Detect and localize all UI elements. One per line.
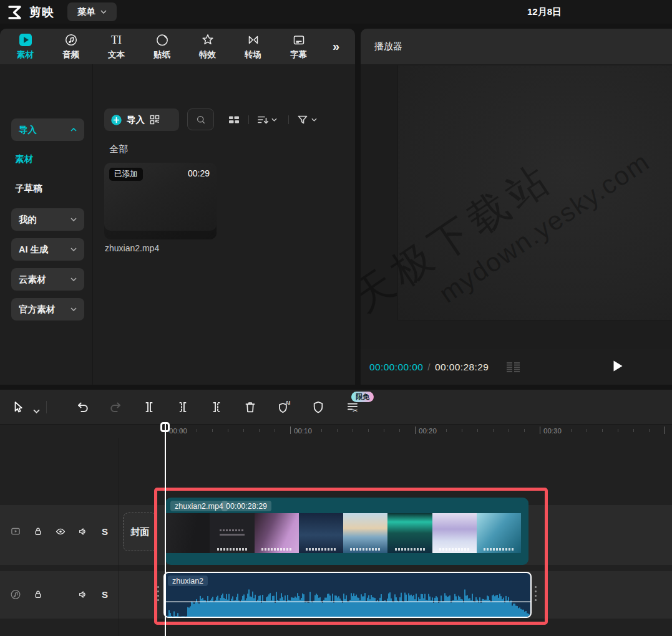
chevron-down-icon: [71, 307, 77, 311]
redo-button[interactable]: [109, 400, 124, 415]
ruler-tick: [462, 429, 462, 432]
solo-toggle[interactable]: S: [102, 526, 108, 537]
tab-sticker[interactable]: 贴纸: [139, 29, 185, 64]
chevron-down-icon: [271, 118, 277, 122]
sidebar-item-label: 云素材: [19, 274, 46, 286]
menu-label: 菜单: [77, 6, 95, 18]
divider: [288, 115, 289, 124]
volume-line[interactable]: [165, 601, 530, 602]
tab-captions[interactable]: 字幕: [276, 29, 321, 64]
tab-audio[interactable]: 音频: [48, 29, 94, 64]
ruler-tick: [555, 429, 556, 432]
qr-scan-icon[interactable]: [149, 114, 160, 125]
trash-icon: [243, 400, 258, 415]
timeline-toolbar: AI ✂ 限免: [0, 390, 672, 425]
filmstrip-thumbnail: [477, 513, 521, 553]
media-card[interactable]: 已添加 00:29: [104, 163, 217, 239]
sidebar-item-mine[interactable]: 我的: [11, 208, 84, 231]
undo-button[interactable]: [75, 400, 90, 415]
tab-label: 转场: [245, 49, 261, 60]
menu-button[interactable]: 菜单: [67, 2, 117, 21]
cursor-icon: [11, 400, 24, 414]
search-icon: [195, 114, 207, 125]
sidebar-item-official[interactable]: 官方素材: [11, 298, 84, 320]
tab-label: 特效: [199, 49, 216, 60]
sidebar-item-subdraft[interactable]: 子草稿: [15, 183, 42, 195]
divider: [92, 64, 93, 385]
audio-icon: [64, 32, 78, 47]
duration-label: 00:29: [188, 168, 210, 178]
ruler-tick: [602, 429, 603, 432]
svg-text:AI: AI: [285, 400, 290, 406]
divider: [46, 401, 47, 413]
select-tool-button[interactable]: [10, 400, 25, 415]
clip-right-handle[interactable]: [535, 586, 537, 601]
tab-text[interactable]: TI 文本: [94, 29, 139, 64]
tab-transitions[interactable]: 转场: [230, 29, 276, 64]
ruler-tick: [618, 429, 618, 432]
ruler-label: 00:20: [419, 427, 437, 435]
search-button[interactable]: [187, 108, 214, 130]
ruler-tick: [368, 429, 369, 432]
redo-icon: [109, 400, 124, 415]
video-clip[interactable]: zhuxian2.mp4 00:00:28:29: [165, 498, 528, 565]
delete-right-button[interactable]: [209, 400, 224, 415]
video-track-icon: [10, 526, 21, 537]
select-tool-dropdown[interactable]: [29, 403, 44, 418]
ruler-tick: [353, 429, 353, 432]
delete-button[interactable]: [243, 400, 258, 415]
more-tabs-button[interactable]: »: [333, 39, 339, 54]
mask-button[interactable]: [311, 400, 326, 415]
subtitle-icon: [292, 32, 306, 47]
speaker-icon[interactable]: [77, 526, 89, 537]
playhead[interactable]: [160, 422, 170, 432]
tiles-icon: [227, 113, 241, 127]
delete-left-button[interactable]: [175, 400, 190, 415]
play-button[interactable]: [613, 360, 623, 372]
tab-effects[interactable]: 特效: [185, 29, 230, 64]
split-button[interactable]: [142, 400, 157, 415]
lock-icon[interactable]: [32, 589, 44, 600]
chevron-down-icon: [71, 248, 77, 251]
star-icon: [201, 32, 215, 47]
sidebar-item-ai-generate[interactable]: AI 生成: [11, 238, 84, 261]
lock-icon[interactable]: [32, 526, 44, 537]
ruler-tick: [477, 429, 478, 432]
ruler-tick: [571, 429, 572, 432]
filmstrip-thumbnail: [255, 513, 299, 553]
sidebar-item-cloud[interactable]: 云素材: [11, 268, 84, 291]
filmstrip-thumbnail: [299, 513, 343, 553]
delete-right-icon: [209, 400, 224, 415]
sticker-icon: [155, 32, 169, 47]
player-header: 播放器: [361, 29, 672, 64]
frames-icon[interactable]: [505, 361, 522, 373]
solo-toggle[interactable]: S: [102, 589, 108, 600]
sidebar-item-material[interactable]: 素材: [15, 153, 33, 165]
eye-icon[interactable]: [55, 526, 66, 537]
ruler-label: 00:10: [294, 427, 312, 435]
cover-button[interactable]: 封面: [123, 513, 157, 551]
sort-button[interactable]: [256, 113, 277, 127]
timeline-ruler[interactable]: 00:0000:1000:2000:30: [0, 424, 672, 438]
grid-view-button[interactable]: [227, 113, 241, 127]
tab-media[interactable]: 素材: [2, 29, 48, 64]
player-panel: 播放器 天极下载站 mydown.yesky.com 00:00:00:00/0…: [361, 29, 672, 385]
filmstrip-thumbnail: [165, 513, 210, 553]
speaker-icon[interactable]: [77, 589, 89, 600]
import-label: 导入: [127, 114, 145, 126]
text-icon: TI: [111, 32, 122, 47]
smart-tool-button[interactable]: AI: [276, 400, 291, 415]
play-icon: [613, 360, 623, 372]
import-button[interactable]: 导入: [104, 108, 179, 131]
tab-label: 文本: [108, 49, 125, 60]
sidebar-item-import[interactable]: 导入: [11, 118, 84, 141]
clip-left-handle[interactable]: [157, 586, 159, 601]
audio-clip[interactable]: zhuxian2: [163, 572, 532, 618]
player-controls: 00:00:00:00/00:00:28:29: [361, 349, 672, 385]
filter-button[interactable]: [296, 113, 317, 127]
ruler-tick: [649, 429, 650, 432]
video-viewport[interactable]: [397, 65, 672, 320]
chevron-down-icon: [100, 10, 107, 14]
split-icon: [142, 400, 157, 415]
total-time: 00:00:28:29: [435, 362, 489, 372]
